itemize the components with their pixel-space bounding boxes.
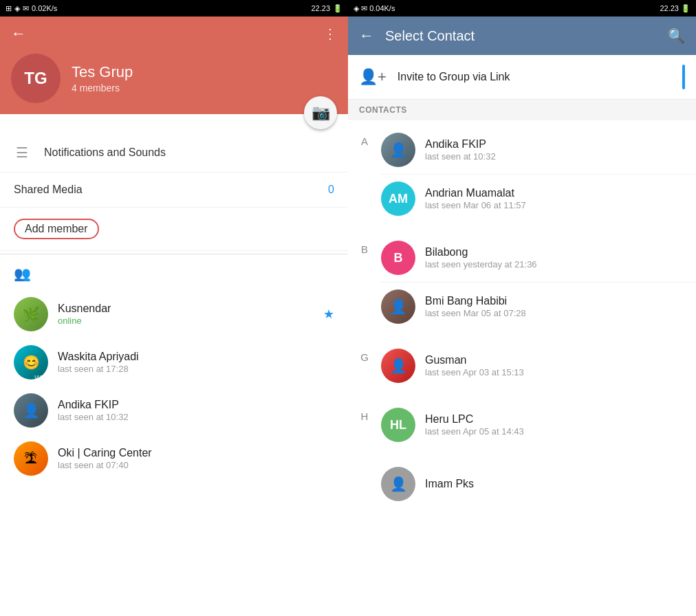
section-contacts-i: 👤 Imam Pks <box>381 460 696 508</box>
more-options-button[interactable]: ⋮ <box>323 25 337 42</box>
section-contacts-h: HL Heru LPC last seen Apr 05 at 14:43 <box>381 401 696 449</box>
app-icon-1: ⊞ <box>6 4 12 13</box>
group-details: Tes Grup 4 members <box>72 63 133 94</box>
members-header: 👥 <box>0 257 348 290</box>
section-letter-g: G <box>348 342 381 363</box>
contact-last-seen: last seen Mar 05 at 07:28 <box>425 308 685 318</box>
contact-item[interactable]: 👤 Bmi Bang Habibi last seen Mar 05 at 07… <box>381 283 696 331</box>
status-bar-right: ◈ ✉ 0.04K/s 22.23 🔋 <box>348 0 696 16</box>
notifications-label: Notifications and Sounds <box>44 146 334 159</box>
notifications-menu-item[interactable]: ☰ Notifications and Sounds <box>0 133 348 173</box>
contact-last-seen: last seen yesterday at 21:36 <box>425 259 685 270</box>
member-status: last seen at 17:28 <box>58 364 334 374</box>
contact-info: Andrian Muamalat last seen Mar 06 at 11:… <box>425 187 685 210</box>
contacts-section-header: CONTACTS <box>348 100 696 120</box>
section-contacts-a: 👤 Andika FKIP last seen at 10:32 AM Andr… <box>381 126 696 223</box>
divider <box>0 254 348 254</box>
contact-avatar-bmi: 👤 <box>381 289 415 324</box>
members-icon: 👥 <box>14 265 31 282</box>
member-info: Oki | Caring Center last seen at 07:40 <box>58 447 334 470</box>
contact-info: Imam Pks <box>425 478 685 491</box>
member-item[interactable]: 😊 Waskita Apriyadi last seen at 17:28 <box>0 338 348 386</box>
section-letter-i <box>348 460 381 470</box>
menu-section: ☰ Notifications and Sounds Shared Media … <box>0 133 348 616</box>
shared-media-count: 0 <box>328 184 334 196</box>
time-right: 22.23 <box>660 4 679 12</box>
member-item[interactable]: 🌿 Kusnendar online ★ <box>0 290 348 338</box>
section-letter-h: H <box>348 401 381 422</box>
app-icon-r1: ◈ <box>354 4 359 12</box>
section-contacts-b: B Bilabong last seen yesterday at 21:36 … <box>381 234 696 331</box>
status-icons-right: ◈ ✉ 0.04K/s <box>354 4 395 13</box>
members-list: 👥 🌿 Kusnendar online ★ 😊 Waskita <box>0 257 348 483</box>
contact-section-h: H HL Heru LPC last seen Apr 05 at 14:43 <box>348 395 696 454</box>
contact-info: Heru LPC last seen Apr 05 at 14:43 <box>425 413 685 437</box>
contact-item[interactable]: 👤 Gusman last seen Apr 03 at 15:13 <box>381 342 696 390</box>
contact-item[interactable]: HL Heru LPC last seen Apr 05 at 14:43 <box>381 401 696 449</box>
contact-name: Andika FKIP <box>425 138 685 151</box>
status-info-left: 22.23 🔋 <box>311 4 342 13</box>
contact-item[interactable]: 👤 Andika FKIP last seen at 10:32 <box>381 126 696 175</box>
contact-avatar-andrian: AM <box>381 182 415 216</box>
member-name: Andika FKIP <box>58 399 334 411</box>
member-item[interactable]: 🏝 Oki | Caring Center last seen at 07:40 <box>0 434 348 483</box>
contact-info: Gusman last seen Apr 03 at 15:13 <box>425 354 685 377</box>
back-button-right[interactable]: ← <box>359 27 374 45</box>
add-member-item[interactable]: Add member <box>0 208 348 251</box>
star-badge: ★ <box>323 307 334 322</box>
left-panel: ⊞ ◈ ✉ 0.02K/s 22.23 🔋 ← ⋮ TG Tes Grup 4 … <box>0 0 348 616</box>
contact-avatar-bilabong: B <box>381 241 415 275</box>
shared-media-menu-item[interactable]: Shared Media 0 <box>0 173 348 208</box>
invite-row[interactable]: 👤+ Invite to Group via Link <box>348 55 696 100</box>
member-info: Kusnendar online <box>58 302 314 326</box>
contact-avatar-andika-fkip: 👤 <box>381 133 415 167</box>
contact-name: Heru LPC <box>425 413 685 426</box>
member-item[interactable]: 👤 Andika FKIP last seen at 10:32 <box>0 386 348 434</box>
member-name: Kusnendar <box>58 302 314 315</box>
right-panel: ◈ ✉ 0.04K/s 22.23 🔋 ← Select Contact 🔍 👤… <box>348 0 696 616</box>
camera-fab-button[interactable]: 📷 <box>304 96 337 129</box>
group-name: Tes Grup <box>72 63 133 81</box>
contact-item[interactable]: B Bilabong last seen yesterday at 21:36 <box>381 234 696 283</box>
section-letter-b: B <box>348 234 381 255</box>
contact-last-seen: last seen Apr 03 at 15:13 <box>425 367 685 377</box>
contact-avatar-imam: 👤 <box>381 467 415 501</box>
app-icon-3: ✉ <box>23 4 29 13</box>
notifications-icon: ☰ <box>14 144 30 161</box>
member-status: online <box>58 316 314 326</box>
data-speed-right: 0.04K/s <box>369 4 395 12</box>
contact-name: Bilabong <box>425 246 685 258</box>
battery-left: 🔋 <box>333 4 342 13</box>
member-status: last seen at 10:32 <box>58 412 334 422</box>
contact-name: Andrian Muamalat <box>425 187 685 199</box>
member-info: Andika FKIP last seen at 10:32 <box>58 399 334 422</box>
contact-section-b: B B Bilabong last seen yesterday at 21:3… <box>348 228 696 336</box>
group-header: ← ⋮ TG Tes Grup 4 members 📷 <box>0 16 348 114</box>
contact-name: Bmi Bang Habibi <box>425 295 685 307</box>
contact-name: Imam Pks <box>425 478 685 490</box>
member-avatar-andika: 👤 <box>14 393 48 428</box>
app-icon-r2: ✉ <box>361 4 367 12</box>
contact-avatar-gusman: 👤 <box>381 349 415 383</box>
contact-section-a: A 👤 Andika FKIP last seen at 10:32 AM An… <box>348 120 696 228</box>
contacts-list: A 👤 Andika FKIP last seen at 10:32 AM An… <box>348 120 696 616</box>
shared-media-label: Shared Media <box>14 184 314 196</box>
contact-item[interactable]: AM Andrian Muamalat last seen Mar 06 at … <box>381 175 696 223</box>
contact-last-seen: last seen at 10:32 <box>425 151 685 162</box>
group-avatar: TG <box>11 54 61 103</box>
search-button[interactable]: 🔍 <box>668 28 685 44</box>
status-info-right: 22.23 🔋 <box>660 4 690 13</box>
contact-section-g: G 👤 Gusman last seen Apr 03 at 15:13 <box>348 336 696 395</box>
back-button-left[interactable]: ← <box>11 25 26 43</box>
contact-last-seen: last seen Mar 06 at 11:57 <box>425 200 685 210</box>
add-member-label: Add member <box>14 219 99 239</box>
invite-icon: 👤+ <box>359 68 387 86</box>
contact-section-i: 👤 Imam Pks <box>348 454 696 514</box>
app-bar: ← Select Contact 🔍 <box>348 16 696 55</box>
section-contacts-g: 👤 Gusman last seen Apr 03 at 15:13 <box>381 342 696 390</box>
member-avatar-waskita: 😊 <box>14 345 48 380</box>
group-members-count: 4 members <box>72 82 133 94</box>
contact-avatar-heru: HL <box>381 408 415 442</box>
contact-item[interactable]: 👤 Imam Pks <box>381 460 696 508</box>
invite-text: Invite to Group via Link <box>398 71 671 83</box>
